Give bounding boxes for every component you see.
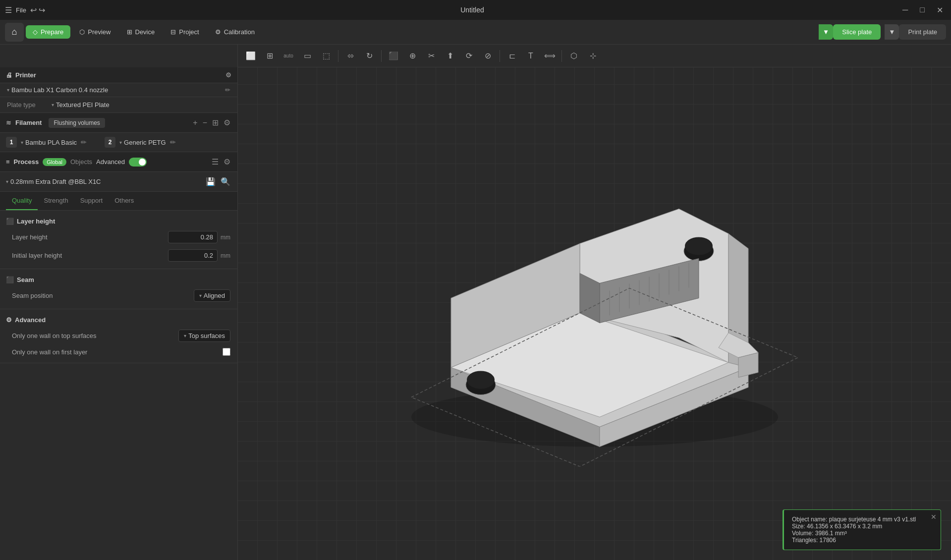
file-menu[interactable]: File xyxy=(16,6,26,14)
tab-project[interactable]: ⊟ Project xyxy=(164,25,206,39)
tab-calibration[interactable]: ⚙ Calibration xyxy=(208,25,262,39)
printer-settings-icon[interactable]: ⚙ xyxy=(225,71,231,79)
tool-text[interactable]: T xyxy=(522,47,540,65)
filament-settings-button[interactable]: ⚙ xyxy=(223,117,231,128)
tool-arrange[interactable]: ⊕ xyxy=(403,47,421,65)
sidebar-toolbar-spacer xyxy=(0,45,238,67)
profile-chevron: ▾ xyxy=(6,179,8,184)
global-tag[interactable]: Global xyxy=(43,158,66,166)
layer-height-input[interactable] xyxy=(168,231,218,243)
preview-icon: ⬡ xyxy=(79,28,85,36)
top-surfaces-dropdown[interactable]: ▾ Top surfaces xyxy=(178,330,230,342)
profile-search-icon[interactable]: 🔍 xyxy=(220,176,231,187)
plate-chevron: ▾ xyxy=(52,102,54,108)
seam-dropdown-chevron: ▾ xyxy=(199,293,202,298)
tool-layout[interactable]: ▭ xyxy=(298,47,316,65)
advanced-header[interactable]: ⚙ Advanced xyxy=(0,313,237,327)
tab-device[interactable]: ⊞ Device xyxy=(120,25,162,39)
objects-tag[interactable]: Objects xyxy=(70,158,92,166)
layer-height-header[interactable]: ⬛ Layer height xyxy=(0,215,237,228)
titlebar-left: ☰ File ↩ ↪ xyxy=(5,5,45,15)
filament-1-num: 1 xyxy=(6,137,17,148)
tool-cube[interactable]: ⬜ xyxy=(242,47,260,65)
filament-sync-button[interactable]: ⊞ xyxy=(211,117,220,128)
size-value: 46.1356 x 63.3476 x 3.2 mm xyxy=(807,523,882,530)
process-icon: ≡ xyxy=(6,158,10,166)
tool-move[interactable]: ⬄ xyxy=(341,47,359,65)
first-layer-checkbox[interactable] xyxy=(223,348,230,356)
add-filament-button[interactable]: + xyxy=(192,117,198,128)
home-button[interactable]: ⌂ xyxy=(5,23,24,42)
advanced-toggle[interactable] xyxy=(129,158,147,167)
filament-section-header: ≋ Filament Flushing volumes + − ⊞ ⚙ xyxy=(0,113,237,133)
filament-2-chevron: ▾ xyxy=(119,140,122,145)
minimize-button[interactable]: ─ xyxy=(899,4,911,15)
profile-name[interactable]: ▾ 0.28mm Extra Draft @BBL X1C xyxy=(6,178,201,185)
filament-2-edit-icon[interactable]: ✏ xyxy=(170,138,176,146)
seam-icon: ⬛ xyxy=(6,276,14,283)
triangles-label: Triangles: xyxy=(792,537,818,544)
tab-prepare[interactable]: ◇ Prepare xyxy=(26,25,70,39)
seam-position-dropdown[interactable]: ▾ Aligned xyxy=(194,289,230,302)
filament-1-edit-icon[interactable]: ✏ xyxy=(81,138,87,146)
process-list-icon[interactable]: ☰ xyxy=(211,156,220,168)
close-button[interactable]: ✕ xyxy=(934,4,946,16)
slice-plate-button[interactable]: Slice plate xyxy=(833,24,881,40)
undo-button[interactable]: ↩ xyxy=(30,5,37,15)
filament-label: Filament xyxy=(15,119,42,126)
seam-header[interactable]: ⬛ Seam xyxy=(0,273,237,286)
maximize-button[interactable]: □ xyxy=(917,4,928,15)
info-panel: ✕ Object name: plaque surjeteuse 4 mm v3… xyxy=(783,509,941,550)
slice-dropdown[interactable]: ▼ xyxy=(819,24,833,40)
print-plate-button[interactable]: Print plate xyxy=(899,24,946,40)
device-icon: ⊞ xyxy=(127,28,132,36)
remove-filament-button[interactable]: − xyxy=(202,117,208,128)
tool-rotate[interactable]: ↻ xyxy=(360,47,378,65)
toolbar-sep-2 xyxy=(381,50,382,62)
tool-cut[interactable]: ✂ xyxy=(422,47,440,65)
tab-support[interactable]: Support xyxy=(74,192,109,210)
navbar-right: ▼ Slice plate ▼ Print plate xyxy=(819,24,946,40)
printer-icon: 🖨 xyxy=(6,71,12,79)
tool-measure[interactable]: ⟺ xyxy=(541,47,559,65)
tab-strength[interactable]: Strength xyxy=(38,192,74,210)
main-area: ⬜ ⊞ auto ▭ ⬚ ⬄ ↻ ⬛ ⊕ ✂ ⬆ ⟳ ⊘ ⊏ T ⟺ ⬡ ⊹ xyxy=(0,45,951,560)
title-bar: ☰ File ↩ ↪ Untitled ─ □ ✕ xyxy=(0,0,951,20)
profile-actions: 💾 🔍 xyxy=(205,176,231,187)
advanced-section: ⚙ Advanced Only one wall on top surfaces… xyxy=(0,309,237,363)
initial-layer-input[interactable] xyxy=(168,249,218,262)
tool-auto[interactable]: auto xyxy=(280,47,297,65)
tool-align[interactable]: ⬛ xyxy=(385,47,402,65)
tool-grid[interactable]: ⊞ xyxy=(261,47,279,65)
layer-height-section: ⬛ Layer height Layer height mm Initial l… xyxy=(0,211,237,269)
flushing-volumes-button[interactable]: Flushing volumes xyxy=(49,118,105,128)
project-label: Project xyxy=(179,28,199,36)
tool-layout2[interactable]: ⬚ xyxy=(317,47,335,65)
filament-1-type[interactable]: ▾ Bambu PLA Basic xyxy=(21,139,77,146)
plate-type-value[interactable]: ▾ Textured PEI Plate xyxy=(52,101,110,109)
filament-2-type[interactable]: ▾ Generic PETG xyxy=(119,139,166,146)
viewport: ✕ Object name: plaque surjeteuse 4 mm v3… xyxy=(238,67,951,560)
info-close-button[interactable]: ✕ xyxy=(931,513,937,521)
redo-button[interactable]: ↪ xyxy=(39,5,45,15)
tool-camera[interactable]: ⊹ xyxy=(584,47,602,65)
tool-seam[interactable]: ⊘ xyxy=(479,47,497,65)
layer-height-label: Layer height xyxy=(12,233,168,241)
tool-split[interactable]: ⊏ xyxy=(503,47,521,65)
tab-others[interactable]: Others xyxy=(109,192,140,210)
profile-save-icon[interactable]: 💾 xyxy=(205,176,217,187)
initial-layer-unit: mm xyxy=(221,252,230,259)
menu-icon[interactable]: ☰ xyxy=(5,5,12,15)
tab-quality[interactable]: Quality xyxy=(6,192,38,210)
tab-preview[interactable]: ⬡ Preview xyxy=(72,25,117,39)
tool-support[interactable]: ⬆ xyxy=(441,47,459,65)
top-surfaces-chevron: ▾ xyxy=(184,333,186,338)
top-surfaces-row: Only one wall on top surfaces ▾ Top surf… xyxy=(0,327,237,345)
filament-2-num: 2 xyxy=(105,137,115,148)
printer-edit-icon[interactable]: ✏ xyxy=(225,86,230,94)
filament-1-row: 1 ▾ Bambu PLA Basic ✏ 2 ▾ Generic PETG ✏ xyxy=(0,133,237,152)
process-settings-icon[interactable]: ⚙ xyxy=(223,156,231,168)
tool-orient[interactable]: ⟳ xyxy=(460,47,478,65)
tool-select[interactable]: ⬡ xyxy=(565,47,583,65)
print-dropdown[interactable]: ▼ xyxy=(885,24,899,40)
